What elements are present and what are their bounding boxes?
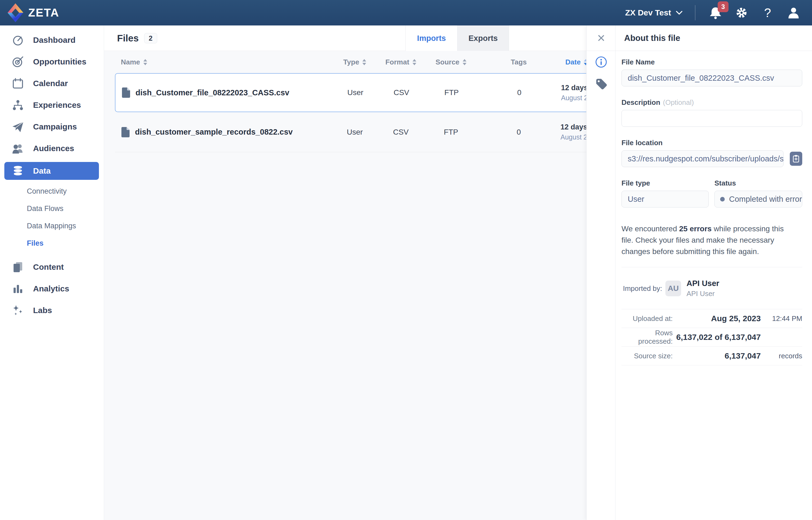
imported-by-row: Imported by: AU API User API User (621, 276, 802, 301)
sidebar-item-analytics[interactable]: Analytics (0, 278, 104, 300)
data-subnav: Connectivity Data Flows Data Mappings Fi… (0, 180, 104, 256)
page-title: Files (117, 33, 139, 44)
status-field: Completed with errors (714, 191, 802, 207)
sort-icon (463, 59, 466, 65)
meta-row-source-size: Source size: 6,137,047 records (621, 347, 802, 365)
sidebar-item-label: Campaigns (33, 122, 77, 131)
sidebar-item-data[interactable]: Data (4, 162, 99, 180)
file-tags-count: 0 (478, 88, 560, 97)
file-type-label: File type (621, 179, 709, 187)
column-header-type[interactable]: Type (332, 58, 378, 67)
sort-icon (143, 59, 147, 65)
subitem-label: Files (27, 239, 44, 248)
file-details-panel: About this file × File Name dish_Custome… (586, 25, 812, 520)
column-label: Name (121, 58, 140, 67)
file-location-label: File location (621, 139, 802, 147)
column-header-name[interactable]: Name (115, 58, 332, 67)
sidebar-item-label: Dashboard (33, 35, 76, 45)
sidebar-subitem-data-mappings[interactable]: Data Mappings (0, 217, 104, 235)
subitem-label: Connectivity (27, 187, 67, 196)
column-label: Tags (511, 58, 527, 67)
sidebar-item-audiences[interactable]: Audiences (0, 137, 104, 159)
user-menu-button[interactable] (786, 5, 801, 20)
sidebar-item-opportunities[interactable]: Opportunities (0, 51, 104, 73)
notifications-button[interactable]: 3 (708, 5, 723, 20)
date-relative: 12 days (561, 84, 588, 92)
sidebar-item-labs[interactable]: Labs (0, 300, 104, 321)
sidebar-item-label: Content (33, 262, 64, 271)
account-switcher[interactable]: ZX Dev Test (625, 8, 683, 17)
meta-extra: records (761, 352, 802, 360)
file-type: User (332, 128, 378, 136)
settings-button[interactable] (734, 5, 749, 20)
file-type: User (332, 88, 378, 97)
status-dot-icon (720, 197, 725, 202)
column-header-source[interactable]: Source (424, 58, 478, 67)
bar-chart-icon (12, 283, 24, 295)
tag-tab-icon[interactable] (595, 77, 607, 90)
column-header-tags[interactable]: Tags (478, 58, 559, 67)
meta-label: Rows processed: (621, 329, 673, 345)
status-value: Completed with errors (729, 195, 802, 204)
sidebar-item-label: Calendar (33, 79, 68, 88)
close-icon[interactable]: × (594, 30, 608, 46)
sort-icon (413, 59, 416, 65)
file-source: FTP (424, 128, 478, 136)
column-label: Format (386, 58, 409, 67)
sparkles-icon (12, 305, 24, 316)
navbar-divider (695, 5, 695, 20)
file-name: dish_Customer_file_08222023_CASS.csv (136, 88, 289, 97)
sidebar-item-label: Experiences (33, 101, 81, 110)
sidebar-item-label: Audiences (33, 144, 74, 153)
optional-hint: (Optional) (663, 98, 694, 106)
file-type-input[interactable]: User (621, 191, 709, 207)
sidebar-item-dashboard[interactable]: Dashboard (0, 29, 104, 51)
calendar-icon (12, 77, 24, 89)
tabs: Imports Exports (405, 25, 509, 51)
paper-plane-icon (12, 121, 24, 133)
column-label: Source (436, 58, 460, 67)
gear-icon (735, 6, 748, 19)
meta-value: 6,137,022 of 6,137,047 (673, 333, 761, 342)
brand-name: ZETA (28, 6, 59, 19)
sidebar-item-content[interactable]: Content (0, 256, 104, 278)
error-message: We encountered 25 errors while processin… (621, 223, 795, 257)
date-relative: 12 days (561, 123, 587, 131)
brand[interactable]: ZETA (7, 3, 59, 23)
table-row[interactable]: dish_Customer_file_08222023_CASS.csv Use… (115, 73, 640, 112)
file-name-input[interactable]: dish_Customer_file_08222023_CASS.csv (621, 70, 802, 86)
description-label: Description(Optional) (621, 98, 802, 107)
meta-value: 6,137,047 (673, 351, 761, 361)
clipboard-plus-icon (792, 155, 799, 163)
sidebar-item-calendar[interactable]: Calendar (0, 73, 104, 94)
database-icon (12, 165, 24, 177)
file-icon (121, 127, 129, 137)
table-row[interactable]: dish_customer_sample_records_0822.csv Us… (115, 112, 640, 152)
copy-location-button[interactable] (790, 152, 802, 166)
tab-exports[interactable]: Exports (457, 25, 509, 51)
imported-by-label: Imported by: (621, 284, 662, 293)
sidebar-subitem-connectivity[interactable]: Connectivity (0, 183, 104, 200)
description-input[interactable] (621, 110, 802, 127)
column-header-format[interactable]: Format (378, 58, 424, 67)
sidebar-subitem-data-flows[interactable]: Data Flows (0, 200, 104, 217)
imported-by-name: API User (687, 279, 719, 288)
file-count-badge: 2 (144, 33, 157, 43)
help-button[interactable]: ? (760, 5, 775, 20)
zeta-logo-icon (7, 3, 24, 23)
file-location-input[interactable]: s3://res.nudgespot.com/subscriber/upload… (621, 150, 784, 167)
sidebar-subitem-files[interactable]: Files (0, 235, 104, 252)
tab-imports[interactable]: Imports (405, 25, 457, 51)
info-tab-icon[interactable] (595, 56, 607, 68)
sidebar-item-label: Labs (33, 306, 52, 315)
tree-icon (12, 99, 24, 111)
sidebar-item-campaigns[interactable]: Campaigns (0, 116, 104, 137)
meta-row-rows-processed: Rows processed: 6,137,022 of 6,137,047 (621, 328, 802, 347)
file-name: dish_customer_sample_records_0822.csv (135, 128, 293, 136)
panel-icon-rail: × (587, 25, 615, 520)
subitem-label: Data Flows (27, 205, 64, 213)
divider (621, 267, 802, 267)
label-text: Description (621, 98, 660, 106)
sidebar-item-experiences[interactable]: Experiences (0, 94, 104, 116)
label-text: File Name (621, 58, 655, 66)
